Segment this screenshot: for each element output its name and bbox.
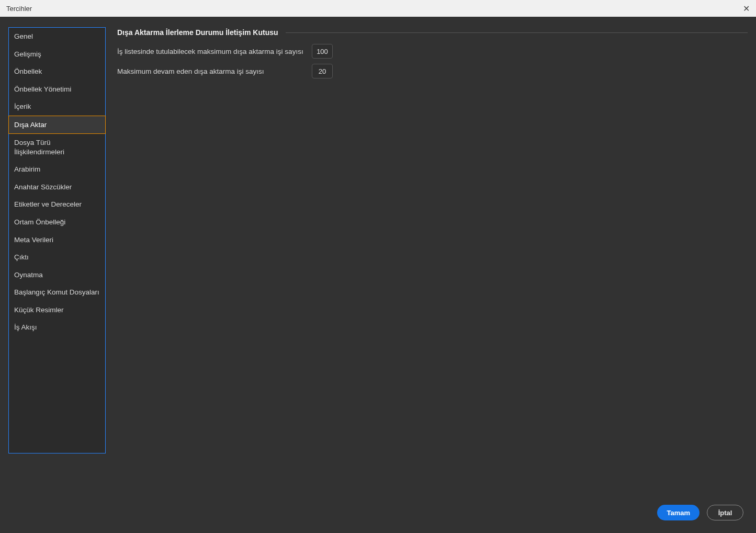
ok-button[interactable]: Tamam: [657, 505, 699, 520]
max-jobs-input[interactable]: [312, 44, 333, 59]
sidebar-item-label: Çıktı: [14, 253, 29, 261]
sidebar-item-startup-scripts[interactable]: Başlangıç Komut Dosyaları: [9, 283, 105, 301]
max-jobs-label: İş listesinde tutulabilecek maksimum dış…: [117, 48, 306, 55]
sidebar-item-playback[interactable]: Oynatma: [9, 266, 105, 284]
sidebar-item-cache[interactable]: Önbellek: [9, 63, 105, 81]
sidebar-item-cache-management[interactable]: Önbellek Yönetimi: [9, 81, 105, 98]
sidebar-item-thumbnails[interactable]: Küçük Resimler: [9, 301, 105, 319]
max-concurrent-input[interactable]: [312, 64, 333, 78]
sidebar-item-workflow[interactable]: İş Akışı: [9, 319, 105, 336]
max-concurrent-row: Maksimum devam eden dışa aktarma işi say…: [117, 64, 748, 78]
sidebar-item-label: Anahtar Sözcükler: [14, 183, 72, 191]
max-jobs-row: İş listesinde tutulabilecek maksimum dış…: [117, 44, 748, 59]
cancel-button[interactable]: İptal: [707, 505, 743, 520]
sidebar-item-label: Arabirim: [14, 165, 40, 173]
max-concurrent-label: Maksimum devam eden dışa aktarma işi say…: [117, 67, 306, 75]
content-panel: Dışa Aktarma İlerleme Durumu İletişim Ku…: [117, 27, 748, 496]
section-title: Dışa Aktarma İlerleme Durumu İletişim Ku…: [117, 28, 278, 37]
button-bar: Tamam İptal: [0, 496, 756, 533]
sidebar-item-file-type-associations[interactable]: Dosya Türü İlişkilendirmeleri: [9, 134, 105, 161]
sidebar-item-label: Ortam Önbelleği: [14, 218, 65, 226]
sidebar-item-output[interactable]: Çıktı: [9, 248, 105, 266]
sidebar-item-label: İş Akışı: [14, 323, 37, 331]
sidebar-item-media-cache[interactable]: Ortam Önbelleği: [9, 213, 105, 231]
sidebar-item-metadata[interactable]: Meta Verileri: [9, 231, 105, 249]
sidebar-item-label: Etiketler ve Dereceler: [14, 200, 82, 208]
sidebar-item-label: Önbellek: [14, 67, 42, 75]
sidebar-item-export[interactable]: Dışa Aktar: [8, 116, 106, 134]
sidebar-item-label: Dosya Türü İlişkilendirmeleri: [14, 139, 64, 156]
sidebar-item-label: Meta Verileri: [14, 236, 53, 244]
window-title: Tercihler: [6, 5, 32, 13]
section-divider: [286, 32, 748, 33]
sidebar-item-label: Başlangıç Komut Dosyaları: [14, 288, 99, 296]
sidebar-item-keywords[interactable]: Anahtar Sözcükler: [9, 178, 105, 196]
sidebar-item-label: İçerik: [14, 103, 31, 110]
sidebar-item-label: Dışa Aktar: [14, 121, 47, 129]
sidebar-item-labels-ratings[interactable]: Etiketler ve Dereceler: [9, 196, 105, 213]
main-area: GenelGelişmişÖnbellekÖnbellek Yönetimiİç…: [0, 17, 756, 496]
sidebar-item-label: Gelişmiş: [14, 50, 41, 58]
titlebar: Tercihler ✕: [0, 0, 756, 17]
sidebar-item-general[interactable]: Genel: [9, 28, 105, 46]
sidebar-item-label: Genel: [14, 32, 33, 40]
sidebar-item-label: Önbellek Yönetimi: [14, 85, 71, 93]
sidebar: GenelGelişmişÖnbellekÖnbellek Yönetimiİç…: [8, 27, 106, 453]
section-title-row: Dışa Aktarma İlerleme Durumu İletişim Ku…: [117, 28, 748, 37]
sidebar-item-interface[interactable]: Arabirim: [9, 161, 105, 178]
close-icon[interactable]: ✕: [743, 4, 750, 14]
sidebar-item-content[interactable]: İçerik: [9, 98, 105, 116]
sidebar-item-label: Küçük Resimler: [14, 306, 64, 314]
sidebar-item-advanced[interactable]: Gelişmiş: [9, 46, 105, 63]
sidebar-item-label: Oynatma: [14, 271, 43, 279]
